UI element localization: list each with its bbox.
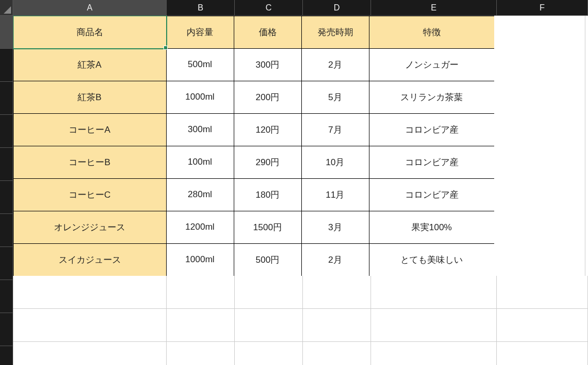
cell-A10[interactable] bbox=[13, 309, 167, 342]
cell-A3[interactable]: 紅茶B bbox=[13, 81, 167, 114]
table-row: コーヒーC280ml180円11月コロンビア産 bbox=[13, 178, 588, 211]
row-header-5[interactable] bbox=[0, 148, 13, 181]
column-header-D[interactable]: D bbox=[303, 0, 371, 16]
cell-C5[interactable]: 290円 bbox=[234, 146, 302, 179]
cell-C2[interactable]: 300円 bbox=[234, 48, 302, 81]
cell-E8[interactable]: とても美味しい bbox=[369, 243, 495, 276]
cell-D7[interactable]: 3月 bbox=[301, 211, 369, 244]
cell-D3[interactable]: 5月 bbox=[301, 81, 369, 114]
cell-B3[interactable]: 1000ml bbox=[166, 81, 234, 114]
row-header-9[interactable] bbox=[0, 280, 13, 313]
cell-A2[interactable]: 紅茶A bbox=[13, 48, 167, 81]
column-header-B[interactable]: B bbox=[167, 0, 235, 16]
row-header-2[interactable] bbox=[0, 49, 13, 82]
cell-E10[interactable] bbox=[371, 309, 497, 342]
cell-E11[interactable] bbox=[371, 342, 497, 365]
cell-F7[interactable] bbox=[494, 211, 585, 244]
table-row: オレンジジュース1200ml1500円3月果実100% bbox=[13, 211, 588, 243]
table-row: コーヒーA300ml120円7月コロンビア産 bbox=[13, 113, 588, 146]
cell-B7[interactable]: 1200ml bbox=[166, 211, 234, 244]
cell-B6[interactable]: 280ml bbox=[166, 178, 234, 211]
row-header-8[interactable] bbox=[0, 247, 13, 280]
cell-D8[interactable]: 2月 bbox=[301, 243, 369, 276]
cell-A9[interactable] bbox=[13, 276, 167, 309]
row-header-11[interactable] bbox=[0, 346, 13, 365]
cell-E6[interactable]: コロンビア産 bbox=[369, 178, 495, 211]
cell-A1[interactable]: 商品名 bbox=[13, 16, 167, 49]
cell-F4[interactable] bbox=[494, 113, 585, 146]
cell-D11[interactable] bbox=[303, 342, 371, 365]
row-headers-col bbox=[0, 16, 13, 365]
table-row bbox=[13, 309, 588, 342]
column-header-E[interactable]: E bbox=[371, 0, 497, 16]
cell-D2[interactable]: 2月 bbox=[301, 48, 369, 81]
cell-A8[interactable]: スイカジュース bbox=[13, 243, 167, 276]
row-header-4[interactable] bbox=[0, 115, 13, 148]
cell-F9[interactable] bbox=[497, 276, 588, 309]
column-header-F[interactable]: F bbox=[497, 0, 588, 16]
cell-E9[interactable] bbox=[371, 276, 497, 309]
cell-B2[interactable]: 500ml bbox=[166, 48, 234, 81]
cell-A6[interactable]: コーヒーC bbox=[13, 178, 167, 211]
cell-E4[interactable]: コロンビア産 bbox=[369, 113, 495, 146]
cell-D4[interactable]: 7月 bbox=[301, 113, 369, 146]
cell-D5[interactable]: 10月 bbox=[301, 146, 369, 179]
cell-C7[interactable]: 1500円 bbox=[234, 211, 302, 244]
table-row: コーヒーB100ml290円10月コロンビア産 bbox=[13, 146, 588, 178]
column-headers-row: ABCDEF bbox=[13, 0, 588, 16]
row-header-6[interactable] bbox=[0, 181, 13, 214]
row-header-3[interactable] bbox=[0, 82, 13, 115]
cell-C11[interactable] bbox=[235, 342, 303, 365]
cell-A11[interactable] bbox=[13, 342, 167, 365]
table-row bbox=[13, 276, 588, 309]
cell-C6[interactable]: 180円 bbox=[234, 178, 302, 211]
cell-C1[interactable]: 価格 bbox=[234, 16, 302, 49]
cell-B1[interactable]: 内容量 bbox=[166, 16, 234, 49]
cell-E5[interactable]: コロンビア産 bbox=[369, 146, 495, 179]
cell-F10[interactable] bbox=[497, 309, 588, 342]
cell-E3[interactable]: スリランカ茶葉 bbox=[369, 81, 495, 114]
table-row: 紅茶A500ml300円2月ノンシュガー bbox=[13, 48, 588, 81]
cell-A7[interactable]: オレンジジュース bbox=[13, 211, 167, 244]
row-header-7[interactable] bbox=[0, 214, 13, 247]
column-header-A[interactable]: A bbox=[13, 0, 167, 16]
cell-E1[interactable]: 特徴 bbox=[369, 16, 495, 49]
cell-C3[interactable]: 200円 bbox=[234, 81, 302, 114]
cell-D9[interactable] bbox=[303, 276, 371, 309]
cell-C10[interactable] bbox=[235, 309, 303, 342]
cell-B8[interactable]: 1000ml bbox=[166, 243, 234, 276]
cell-D6[interactable]: 11月 bbox=[301, 178, 369, 211]
cell-B10[interactable] bbox=[167, 309, 235, 342]
row-header-1[interactable] bbox=[0, 16, 13, 49]
select-all-corner[interactable] bbox=[0, 0, 13, 16]
cell-C4[interactable]: 120円 bbox=[234, 113, 302, 146]
cell-grid[interactable]: 商品名内容量価格発売時期特徴紅茶A500ml300円2月ノンシュガー紅茶B100… bbox=[13, 16, 588, 365]
cell-C8[interactable]: 500円 bbox=[234, 243, 302, 276]
cell-F6[interactable] bbox=[494, 178, 585, 211]
cell-E2[interactable]: ノンシュガー bbox=[369, 48, 495, 81]
cell-F3[interactable] bbox=[494, 81, 585, 114]
cell-B11[interactable] bbox=[167, 342, 235, 365]
row-header-10[interactable] bbox=[0, 313, 13, 346]
cell-C9[interactable] bbox=[235, 276, 303, 309]
cell-F5[interactable] bbox=[494, 146, 585, 179]
cell-F1[interactable] bbox=[494, 16, 585, 49]
cell-B5[interactable]: 100ml bbox=[166, 146, 234, 179]
cell-F2[interactable] bbox=[494, 48, 585, 81]
cell-D10[interactable] bbox=[303, 309, 371, 342]
column-header-C[interactable]: C bbox=[235, 0, 303, 16]
table-row: 商品名内容量価格発売時期特徴 bbox=[13, 16, 588, 48]
cell-F8[interactable] bbox=[494, 243, 585, 276]
cell-A5[interactable]: コーヒーB bbox=[13, 146, 167, 179]
table-row: 紅茶B1000ml200円5月スリランカ茶葉 bbox=[13, 81, 588, 113]
cell-D1[interactable]: 発売時期 bbox=[301, 16, 369, 49]
cell-B9[interactable] bbox=[167, 276, 235, 309]
cell-B4[interactable]: 300ml bbox=[166, 113, 234, 146]
cell-E7[interactable]: 果実100% bbox=[369, 211, 495, 244]
spreadsheet: ABCDEF 商品名内容量価格発売時期特徴紅茶A500ml300円2月ノンシュガ… bbox=[0, 0, 588, 365]
table-row bbox=[13, 342, 588, 365]
cell-A4[interactable]: コーヒーA bbox=[13, 113, 167, 146]
table-row: スイカジュース1000ml500円2月とても美味しい bbox=[13, 243, 588, 276]
cell-F11[interactable] bbox=[497, 342, 588, 365]
